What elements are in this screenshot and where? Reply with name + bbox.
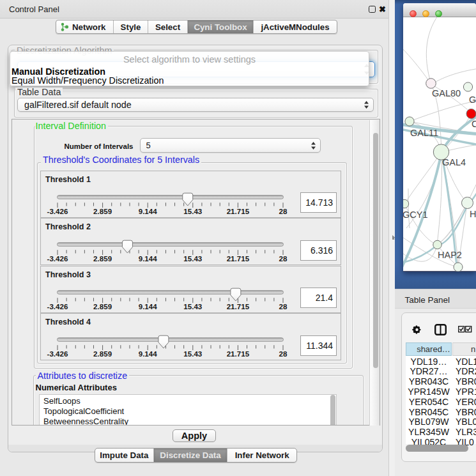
svg-text:9.144: 9.144: [139, 302, 158, 310]
svg-text:C: C: [472, 119, 476, 129]
svg-text:GAL80: GAL80: [432, 88, 461, 98]
svg-text:9.144: 9.144: [139, 349, 158, 358]
svg-text:15.43: 15.43: [183, 302, 203, 310]
svg-text:-3.426: -3.426: [47, 206, 68, 215]
svg-text:9.144: 9.144: [139, 206, 158, 215]
svg-text:21.715: 21.715: [227, 254, 250, 263]
svg-text:28: 28: [279, 206, 288, 215]
svg-text:28: 28: [279, 349, 288, 358]
svg-text:9.144: 9.144: [139, 254, 158, 263]
svg-text:2.859: 2.859: [93, 254, 112, 263]
svg-text:H: H: [470, 209, 476, 219]
svg-text:HAP2: HAP2: [438, 250, 462, 260]
svg-text:15.43: 15.43: [183, 349, 203, 358]
svg-text:2.859: 2.859: [93, 206, 112, 215]
svg-text:GAL11: GAL11: [410, 128, 438, 138]
svg-text:28: 28: [279, 254, 288, 263]
svg-text:GCY1: GCY1: [403, 210, 428, 220]
svg-text:21.715: 21.715: [227, 206, 250, 215]
svg-text:-3.426: -3.426: [47, 349, 68, 358]
svg-text:21.715: 21.715: [227, 349, 250, 358]
svg-text:15.43: 15.43: [183, 206, 203, 215]
svg-text:15.43: 15.43: [183, 254, 203, 263]
svg-text:-3.426: -3.426: [47, 254, 68, 263]
svg-text:2.859: 2.859: [93, 302, 112, 310]
svg-text:Threshold 3: Threshold 3: [45, 270, 91, 279]
svg-text:Threshold 2: Threshold 2: [45, 222, 91, 231]
svg-text:21.715: 21.715: [227, 302, 250, 310]
svg-text:28: 28: [279, 302, 288, 310]
svg-text:-3.426: -3.426: [47, 302, 68, 310]
svg-text:2.859: 2.859: [93, 349, 112, 358]
svg-text:Threshold 4: Threshold 4: [45, 318, 91, 326]
svg-text:Threshold 1: Threshold 1: [45, 174, 91, 183]
svg-text:GAL4: GAL4: [442, 157, 466, 167]
svg-text:G: G: [469, 95, 476, 105]
